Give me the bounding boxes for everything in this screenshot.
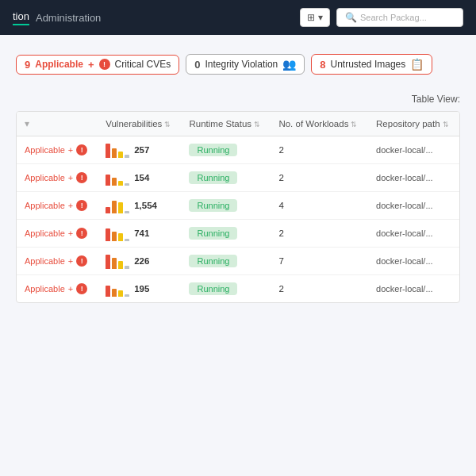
cell-workloads-0: 2 [271, 136, 368, 164]
bar-gray [125, 183, 129, 186]
bar-chart [106, 253, 129, 269]
nav-item-administration[interactable]: Administration [36, 12, 101, 24]
nav-item-partial[interactable]: tion [13, 10, 29, 25]
vuln-number: 1,554 [134, 201, 159, 210]
cell-repo-5: docker-local/... [368, 275, 459, 303]
cell-applicable-4: Applicable + ! [17, 248, 98, 275]
status-badge: Running [189, 255, 237, 267]
untrusted-icon: 📋 [410, 58, 424, 71]
cell-workloads-5: 2 [271, 275, 368, 303]
vuln-number: 257 [134, 145, 159, 155]
filter-chip-integrity[interactable]: 0 Integrity Violation 👥 [186, 54, 305, 75]
col-header-vulnerabilities[interactable]: Vulnerabilities⇅ [98, 112, 181, 136]
bar-chart [106, 142, 129, 158]
header-actions: ⊞ ▾ 🔍 Search Packag... [300, 8, 463, 27]
col-header-runtime[interactable]: Runtime Status⇅ [181, 112, 271, 136]
sort-icon-vuln: ⇅ [164, 121, 171, 129]
cell-repo-1: docker-local/... [368, 164, 459, 192]
chevron-down-icon: ▾ [25, 119, 29, 129]
vuln-number: 226 [134, 256, 159, 266]
table-view-bar: Table View: [16, 94, 460, 105]
table-header-row: ▾ Vulnerabilities⇅ Runtime Status⇅ No. o… [17, 112, 459, 136]
cell-repo-0: docker-local/... [368, 136, 459, 164]
bar-orange [112, 289, 117, 297]
sort-icon-workloads: ⇅ [351, 121, 357, 129]
repo-path: docker-local/... [376, 284, 433, 294]
bar-orange [112, 148, 117, 158]
bar-yellow [118, 233, 123, 241]
critical-icon: ! [76, 255, 87, 267]
bar-orange [112, 201, 117, 213]
workload-number: 2 [278, 228, 283, 238]
critical-cve-label: Critical CVEs [115, 59, 171, 70]
applicable-count: 9 [25, 59, 30, 71]
filter-chip-untrusted[interactable]: 8 Untrusted Images 📋 [311, 54, 432, 75]
bar-yellow [118, 290, 123, 297]
vuln-number: 195 [134, 284, 159, 294]
cell-status-4: Running [181, 248, 271, 275]
table-row: Applicable + ! 741 Running2docker-local/… [17, 220, 459, 248]
table-row: Applicable + ! 257 Running2docker-local/… [17, 136, 459, 164]
applicable-text: Applicable [25, 173, 65, 182]
status-badge: Running [189, 227, 237, 240]
vuln-number: 741 [134, 228, 159, 238]
bar-red [106, 255, 110, 269]
repo-path: docker-local/... [376, 201, 433, 210]
applicable-text: Applicable [25, 284, 65, 294]
bar-chart [106, 170, 129, 186]
col-header-repo[interactable]: Repository path⇅ [368, 112, 459, 136]
cell-status-5: Running [181, 275, 271, 303]
plus-icon: + [68, 284, 73, 294]
cell-applicable-1: Applicable + ! [17, 164, 98, 192]
cell-repo-3: docker-local/... [368, 220, 459, 248]
status-badge: Running [189, 144, 237, 156]
bar-gray [125, 266, 129, 269]
view-dropdown-button[interactable]: ⊞ ▾ [300, 8, 330, 27]
bar-yellow [118, 202, 123, 213]
col-header-workloads[interactable]: No. of Workloads⇅ [271, 112, 368, 136]
critical-icon: ! [76, 228, 87, 239]
bar-yellow [118, 261, 123, 269]
repo-path: docker-local/... [376, 173, 433, 182]
critical-cve-icon: ! [99, 59, 110, 70]
header: tion Administration ⊞ ▾ 🔍 Search Packag.… [0, 0, 476, 35]
critical-icon: ! [76, 172, 87, 183]
workload-number: 7 [278, 256, 283, 266]
workload-number: 4 [278, 201, 283, 210]
cell-vuln-0: 257 [98, 136, 181, 164]
cell-status-1: Running [181, 164, 271, 192]
critical-icon: ! [76, 144, 87, 155]
bar-red [106, 175, 110, 186]
sort-icon-repo: ⇅ [443, 121, 449, 129]
integrity-icon: 👥 [282, 58, 296, 71]
applicable-label: Applicable [35, 59, 83, 70]
bar-red [106, 144, 110, 158]
table-row: Applicable + ! 154 Running2docker-local/… [17, 164, 459, 192]
col-header-name[interactable]: ▾ [17, 112, 98, 136]
status-badge: Running [189, 199, 237, 212]
integrity-count: 0 [194, 59, 200, 71]
table-row: Applicable + ! 195 Running2docker-local/… [17, 275, 459, 303]
repo-path: docker-local/... [376, 256, 433, 266]
integrity-label: Integrity Violation [205, 59, 278, 70]
bar-gray [125, 211, 129, 213]
cell-applicable-2: Applicable + ! [17, 192, 98, 220]
workload-number: 2 [278, 173, 283, 182]
bar-orange [112, 178, 117, 186]
search-input[interactable]: 🔍 Search Packag... [336, 8, 463, 27]
plus-icon: + [68, 228, 73, 238]
bar-yellow [118, 181, 123, 186]
cell-vuln-2: 1,554 [98, 192, 181, 220]
bar-gray [125, 155, 129, 158]
cell-status-2: Running [181, 192, 271, 220]
repo-path: docker-local/... [376, 145, 433, 155]
cell-applicable-0: Applicable + ! [17, 136, 98, 164]
plus-icon: + [68, 256, 73, 266]
filter-bar: 9 Applicable + ! Critical CVEs 0 Integri… [16, 54, 460, 75]
repo-path: docker-local/... [376, 228, 433, 238]
bar-gray [125, 294, 129, 297]
filter-chip-applicable[interactable]: 9 Applicable + ! Critical CVEs [16, 55, 179, 75]
table-view-label: Table View: [412, 94, 460, 105]
bar-gray [125, 239, 129, 241]
bar-orange [112, 232, 117, 241]
